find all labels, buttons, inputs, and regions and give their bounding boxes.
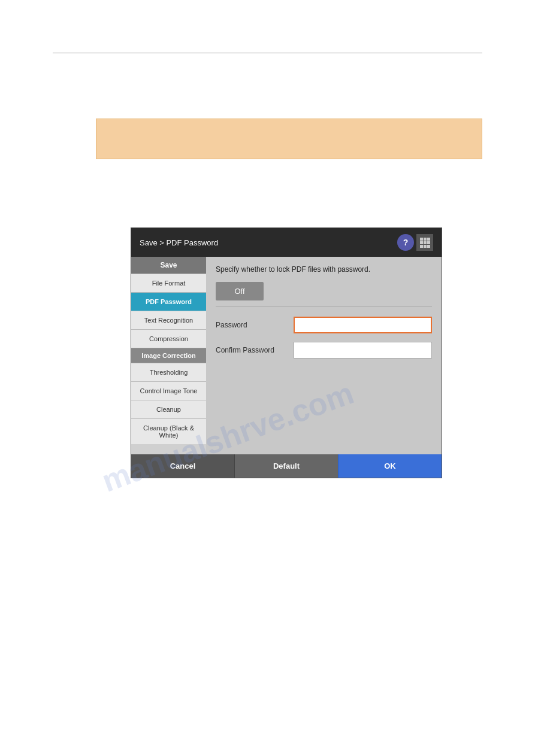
confirm-password-field-row: Confirm Password: [216, 342, 432, 359]
ok-button[interactable]: OK: [338, 454, 442, 478]
top-rule: [53, 53, 482, 53]
sidebar-item-compression[interactable]: Compression: [131, 329, 206, 348]
dialog-titlebar: Save > PDF Password ?: [131, 228, 442, 257]
cancel-button[interactable]: Cancel: [131, 454, 234, 478]
password-input[interactable]: [294, 317, 432, 333]
sidebar-item-cleanup-bw[interactable]: Cleanup (Black & White): [131, 418, 206, 444]
sidebar-section-image-correction: Image Correction: [131, 348, 206, 363]
sidebar-item-text-recognition[interactable]: Text Recognition: [131, 311, 206, 329]
sidebar-item-file-format[interactable]: File Format: [131, 274, 206, 292]
confirm-password-input[interactable]: [294, 342, 432, 359]
password-label: Password: [216, 321, 294, 329]
divider: [216, 306, 432, 307]
dialog-body: Save File Format PDF Password Text Recog…: [131, 257, 442, 454]
banner: [96, 119, 482, 159]
sidebar-header: Save: [131, 257, 206, 274]
sidebar-item-cleanup[interactable]: Cleanup: [131, 400, 206, 418]
grid-icon-button[interactable]: [416, 234, 433, 251]
off-toggle-button[interactable]: Off: [216, 282, 264, 300]
sidebar-item-thresholding[interactable]: Thresholding: [131, 363, 206, 381]
grid-icon: [420, 238, 430, 248]
sidebar: Save File Format PDF Password Text Recog…: [131, 257, 206, 454]
password-field-row: Password: [216, 317, 432, 333]
dialog-title-icons: ?: [397, 234, 433, 251]
dialog-footer: Cancel Default OK: [131, 454, 442, 478]
sidebar-item-control-image-tone[interactable]: Control Image Tone: [131, 381, 206, 400]
dialog-title: Save > PDF Password: [140, 238, 218, 247]
sidebar-item-pdf-password[interactable]: PDF Password: [131, 292, 206, 311]
content-description: Specify whether to lock PDF files with p…: [216, 265, 432, 274]
toggle-row: Off: [216, 282, 432, 300]
confirm-password-label: Confirm Password: [216, 346, 294, 354]
page-wrapper: Save > PDF Password ?: [0, 0, 535, 756]
main-content: Specify whether to lock PDF files with p…: [206, 257, 442, 454]
help-icon-button[interactable]: ?: [397, 234, 414, 251]
default-button[interactable]: Default: [234, 454, 338, 478]
dialog: Save > PDF Password ?: [131, 227, 442, 478]
